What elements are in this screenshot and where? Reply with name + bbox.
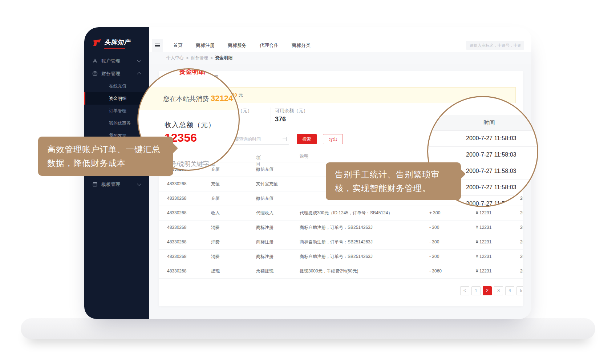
nav-item[interactable]: 商标注册 [196,42,215,49]
cell-project: 商标注册 [256,221,273,235]
cell-type: 充值 [211,177,220,191]
cell-project: 微信充值 [256,162,273,177]
cell-amount: - 3060 [429,264,442,278]
pagination-page-button[interactable]: 5 [516,286,523,295]
cell-type: 提现 [211,264,220,278]
magnified-banner-amount: 32124 [211,94,233,103]
cell-order-number: 48330268 [167,235,186,249]
sidebar-subitem-label: 资金明细 [109,96,126,101]
cell-amount: - 300 [429,235,439,249]
cell-amount: - 300 [429,221,439,235]
trademark-search-input[interactable] [466,41,524,50]
callout-right-text: 告别手工统计、告别繁琐审核，实现智能财务管理。 [335,170,439,193]
export-button[interactable]: 导出 [323,134,343,144]
nav-item[interactable]: 商标服务 [228,42,247,49]
cell-time: 2000-7-27 11:58:03 [520,235,523,249]
nav-item[interactable]: 商标分类 [292,42,311,49]
callout-right: 告别手工统计、告别繁琐审核，实现智能财务管理。 [326,162,461,200]
magnified-time-row: 2000-7-27 11:58:03 [427,147,538,163]
banner-unit: 元 [238,92,243,98]
table-row: 48330268 消费 商标注册 商标自助注册，订单号：SB2514263J -… [159,221,523,235]
cell-project: 商标注册 [256,250,273,264]
sidebar-item-label: 模板管理 [101,181,120,188]
pagination-page-button[interactable]: 4 [505,286,514,295]
chevron-down-icon [137,182,141,186]
cell-order-number: 48330268 [167,191,186,206]
sidebar-item-label: 账户管理 [101,58,120,64]
logo: 头牌知产 [92,38,130,46]
template-icon [92,182,98,187]
cell-type: 充值 [211,191,220,206]
calendar-icon[interactable] [282,137,287,141]
cell-description: 提现3000元，手续费2%(60元) [300,264,358,278]
pagination-prev-button[interactable]: < [460,286,469,295]
magnified-time-row: 2000-7-27 11:58:03 [427,130,538,147]
table-row: 48330268 收入 代理收入 代理提成300元（ID:1245，订单号：SB… [159,206,523,221]
cell-description: 商标自助注册，订单号：SB2514263J [300,235,373,249]
magnified-banner-label: 您在本站共消费 [163,95,209,102]
sidebar-item-account[interactable]: 账户管理 [84,54,149,67]
sidebar-subitem-label: 在线充值 [109,84,126,89]
cell-order-number: 48330268 [167,264,186,278]
cell-order-number: 48330268 [167,250,186,264]
marketing-screenshot: 头牌知产 账户管理 财务管理 在线充值 [0,0,616,364]
magnified-banner: 您在本站共消费 32124 元 [137,87,240,110]
pagination-pages: 12345 [471,286,523,295]
pagination-page-button[interactable]: 1 [471,286,481,295]
balance-label: 可用余额（元） [275,108,308,114]
cell-balance: ¥ 12231 [476,206,491,220]
breadcrumb-current: 资金明细 [215,55,232,61]
breadcrumb-separator: > [186,56,189,61]
expense-label-tail: （元） [238,108,252,114]
cell-project: 商标注册 [256,235,273,249]
sidebar-subitem[interactable]: 在线充值 [84,80,149,92]
breadcrumb-item[interactable]: 财务管理 [191,55,208,61]
cell-type: 消费 [211,221,220,235]
finance-icon [92,71,98,76]
chevron-up-icon [137,72,141,76]
column-header-desc: 说明 [300,153,308,159]
callout-left: 高效管理账户订单、一键汇总数据，降低财务成本 [38,137,173,176]
cell-time: 2000-7-27 11:58:03 [520,206,523,220]
cell-order-number: 48330268 [167,177,186,191]
laptop-base [21,318,595,339]
cell-balance: ¥ 12231 [476,235,491,249]
table-row: 48330268 消费 商标注册 商标自助注册，订单号：SB2514263J -… [159,235,523,250]
top-nav: 首页商标注册商标服务代理合作商标分类 [173,39,311,52]
search-button[interactable]: 搜索 [297,134,317,144]
table-row: 48330268 提现 余额提现 提现3000元，手续费2%(60元) - 30… [159,264,523,279]
nav-item[interactable]: 代理合作 [260,42,279,49]
cell-time: 2000-7-27 11:58:03 [520,191,523,206]
pagination: < 12345 > [460,286,523,295]
user-icon [92,58,98,64]
cell-time: 2000-7-27 11:58:03 [520,250,523,264]
cell-project: 代理收入 [256,206,273,220]
callout-left-text: 高效管理账户订单、一键汇总数据，降低财务成本 [47,145,161,168]
table-row: 48330268 消费 商标注册 商标自助注册，订单号：SB2514263J -… [159,250,523,264]
cell-type: 消费 [211,250,220,264]
logo-subtext-bar [104,48,125,49]
nav-item[interactable]: 首页 [173,42,183,49]
breadcrumb-item[interactable]: 个人中心 [166,55,184,61]
logo-text: 头牌知产 [104,38,130,46]
cell-amount: - 300 [429,250,439,264]
stat-divider [271,108,271,124]
sidebar-item-template[interactable]: 模板管理 [84,178,149,191]
pagination-page-button[interactable]: 2 [483,286,492,295]
logo-mark [92,39,102,46]
cell-order-number: 48330268 [167,221,186,235]
sidebar-subitem[interactable]: 资金明细 [84,92,149,105]
magnified-income-label: 收入总额（元） [165,120,215,130]
sidebar-subitem-label: 我的优惠券 [109,121,131,126]
cell-project: 支付宝充值 [256,177,278,191]
cell-time: 2000-7-27 11:58:03 [520,221,523,235]
hamburger-menu-icon[interactable] [152,39,163,52]
cell-amount: + 300 [429,206,440,220]
pagination-page-button[interactable]: 3 [494,286,503,295]
column-header-project[interactable]: 项目 [256,153,260,158]
sidebar-item-finance[interactable]: 财务管理 [84,67,149,80]
cell-balance: ¥ 12231 [476,264,491,278]
cell-balance: ¥ 12231 [476,221,491,235]
sidebar-item-label: 财务管理 [101,70,120,77]
cell-time: 2000-7-27 11:58:03 [520,264,523,278]
